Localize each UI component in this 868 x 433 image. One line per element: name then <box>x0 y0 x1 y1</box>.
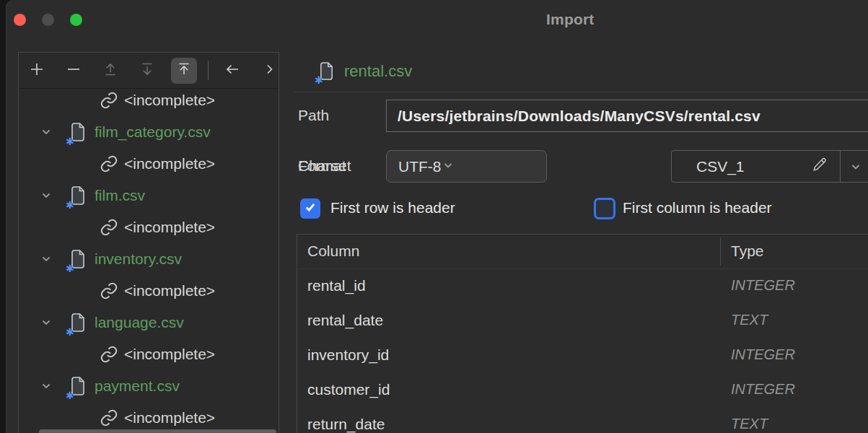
column-header[interactable]: Column <box>307 242 359 260</box>
chevron-down-icon[interactable] <box>40 190 52 201</box>
apply-to-top-button[interactable] <box>171 58 197 84</box>
zoom-button[interactable] <box>70 14 82 26</box>
columns-table: Column Type rental_id INTEGER rental_dat… <box>297 234 868 433</box>
csv-file-icon: ✱ <box>318 61 335 81</box>
path-value: /Users/jetbrains/Downloads/ManyCSVs/rent… <box>398 108 760 125</box>
table-row[interactable]: customer_id INTEGER <box>297 373 868 408</box>
move-up-button <box>97 58 123 84</box>
column-name-cell[interactable]: inventory_id <box>307 346 389 364</box>
tree-item-label: <incomplete> <box>124 92 215 109</box>
header-separator <box>294 92 868 92</box>
chevron-down-icon[interactable] <box>40 253 52 265</box>
tree-item-label: <incomplete> <box>124 155 215 172</box>
tree-item-mapping[interactable]: <incomplete> <box>19 89 279 116</box>
plus-icon <box>29 61 45 80</box>
new-file-asterisk-icon: ✱ <box>66 200 74 210</box>
path-row: Path /Users/jetbrains/Downloads/ManyCSVs… <box>298 100 868 132</box>
column-type-cell[interactable]: INTEGER <box>731 277 795 294</box>
column-separator[interactable] <box>720 237 721 266</box>
table-row[interactable]: rental_date TEXT <box>297 304 868 338</box>
file-list-panel: <incomplete> ✱ film_category.csv <incomp… <box>18 52 279 433</box>
tree-item-mapping[interactable]: <incomplete> <box>19 148 279 180</box>
column-type-cell[interactable]: INTEGER <box>731 381 795 398</box>
link-icon <box>100 91 118 110</box>
remove-file-button[interactable] <box>61 58 87 84</box>
format-dropdown-button[interactable] <box>841 160 868 173</box>
window-title: Import <box>546 11 626 28</box>
forward-button[interactable] <box>256 58 279 84</box>
csv-file-icon: ✱ <box>69 312 87 333</box>
first-row-is-header-label[interactable]: First row is header <box>330 199 455 216</box>
header-options-row: First row is header First column is head… <box>298 198 868 220</box>
csv-file-icon: ✱ <box>69 376 87 396</box>
tree-item-mapping[interactable]: <incomplete> <box>19 338 279 370</box>
back-button[interactable] <box>219 58 245 84</box>
toolbar-divider <box>208 61 209 80</box>
arrow-down-from-line-icon <box>139 61 155 80</box>
link-icon <box>100 281 118 300</box>
column-name-cell[interactable]: return_date <box>307 416 385 433</box>
close-button[interactable] <box>14 14 26 26</box>
import-dialog-window: Import <box>6 0 868 433</box>
csv-file-icon: ✱ <box>69 185 87 206</box>
column-type-cell[interactable]: TEXT <box>731 416 768 432</box>
column-type-cell[interactable]: TEXT <box>731 312 768 328</box>
edit-pencil-icon[interactable] <box>812 157 828 176</box>
chevron-down-icon[interactable] <box>40 317 52 328</box>
table-row[interactable]: rental_id INTEGER <box>297 269 868 304</box>
format-field[interactable]: CSV_1 <box>671 150 868 183</box>
chevron-right-icon <box>261 61 277 80</box>
import-settings-panel: ✱ rental.csv Path /Users/jetbrains/Downl… <box>297 52 868 433</box>
column-name-cell[interactable]: rental_id <box>307 277 366 294</box>
link-icon <box>100 154 118 173</box>
minimize-button <box>42 14 54 26</box>
new-file-asterisk-icon: ✱ <box>66 390 74 401</box>
chevron-down-icon[interactable] <box>40 380 52 392</box>
tree-item-label: inventory.csv <box>95 250 182 268</box>
new-file-asterisk-icon: ✱ <box>66 327 74 337</box>
titlebar: Import <box>6 0 868 40</box>
column-type-cell[interactable]: INTEGER <box>731 346 795 363</box>
file-list-toolbar <box>19 53 279 89</box>
path-label: Path <box>298 107 329 124</box>
tree-item-label: language.csv <box>95 314 184 331</box>
format-label: Format <box>298 157 346 175</box>
link-icon <box>100 218 118 237</box>
tree-item-mapping[interactable]: <incomplete> <box>19 402 279 433</box>
type-header[interactable]: Type <box>731 242 764 260</box>
tree-item-file[interactable]: ✱ inventory.csv <box>19 243 279 275</box>
table-row[interactable]: inventory_id INTEGER <box>297 338 868 373</box>
current-file-row: ✱ rental.csv <box>318 61 412 81</box>
link-icon <box>100 408 118 427</box>
tree-item-label: film_category.csv <box>95 123 211 141</box>
charset-select[interactable]: UTF-8 <box>386 150 547 183</box>
tree-item-mapping[interactable]: <incomplete> <box>19 275 279 307</box>
first-column-is-header-checkbox[interactable] <box>594 198 615 219</box>
table-row[interactable]: return_date TEXT <box>297 408 868 433</box>
column-name-cell[interactable]: rental_date <box>307 312 383 329</box>
tree-item-label: <incomplete> <box>124 282 215 299</box>
path-input[interactable]: /Users/jetbrains/Downloads/ManyCSVs/rent… <box>386 100 868 132</box>
tree-item-file[interactable]: ✱ language.csv <box>19 307 279 338</box>
tree-item-label: <incomplete> <box>124 346 215 363</box>
columns-table-body: rental_id INTEGER rental_date TEXT inven… <box>297 269 868 433</box>
tree-item-label: <incomplete> <box>124 219 215 236</box>
chevron-down-icon <box>442 158 455 175</box>
tree-item-label: payment.csv <box>95 377 180 395</box>
add-file-button[interactable] <box>24 58 50 84</box>
move-down-button <box>134 58 160 84</box>
tree-item-file[interactable]: ✱ film.csv <box>19 180 279 211</box>
column-name-cell[interactable]: customer_id <box>307 381 390 398</box>
minus-icon <box>66 61 82 80</box>
file-tree: <incomplete> ✱ film_category.csv <incomp… <box>19 89 279 433</box>
tree-item-file[interactable]: ✱ film_category.csv <box>19 116 279 148</box>
tree-item-file[interactable]: ✱ payment.csv <box>19 370 279 402</box>
chevron-down-icon[interactable] <box>40 126 52 138</box>
first-column-is-header-label[interactable]: First column is header <box>623 199 772 216</box>
tree-item-mapping[interactable]: <incomplete> <box>19 211 279 243</box>
check-icon <box>304 201 317 216</box>
first-row-is-header-checkbox[interactable] <box>300 198 320 219</box>
arrow-up-to-line-icon <box>176 61 192 80</box>
charset-value: UTF-8 <box>398 158 442 175</box>
horizontal-scrollbar[interactable] <box>39 429 276 433</box>
